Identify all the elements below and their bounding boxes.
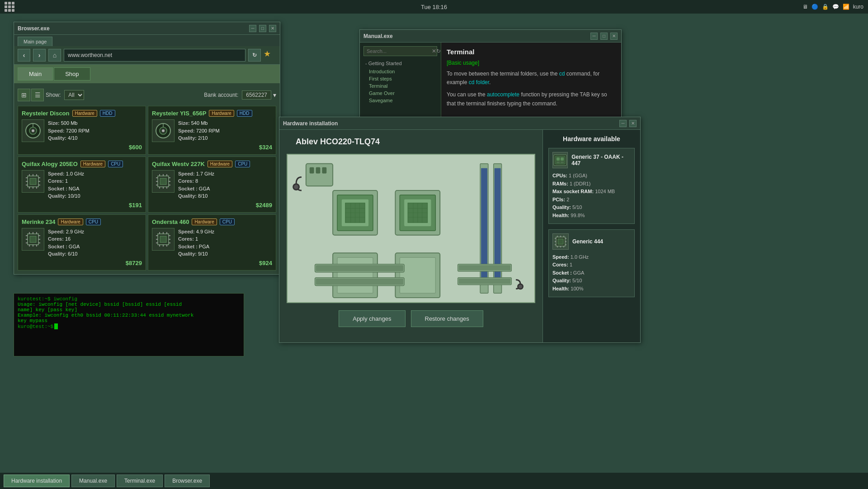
item-price-5: $924 xyxy=(178,260,272,266)
item-stats-1: Size: 540 Mb Speed: 7200 RPM Quality: 2/… xyxy=(178,119,272,151)
item-card-3[interactable]: Quifax Westv 227K Hardware CPU xyxy=(148,157,276,213)
item-tag-hardware-5: Hardware xyxy=(192,218,217,225)
item-stats-3: Speed: 1.7 GHz Cores: 8 Socket : GGA Qua… xyxy=(178,170,272,209)
url-input[interactable] xyxy=(64,49,245,62)
item-icon-3 xyxy=(152,170,175,193)
browser-tabs: Main page xyxy=(14,35,280,46)
hw-item-0[interactable]: Generic 37 - OAAK - 447 CPUs: 1 (GGA) RA… xyxy=(548,148,635,224)
item-stats-0: Size: 500 Mb Speed: 7200 RPM Quality: 4/… xyxy=(48,119,142,151)
network-icon: 🔵 xyxy=(811,4,818,10)
apply-changes-button[interactable]: Apply changes xyxy=(339,310,405,327)
list-view-btn[interactable]: ☰ xyxy=(31,89,44,101)
manual-nav-savegame[interactable]: Savegame xyxy=(363,97,437,104)
favorite-button[interactable]: ★ xyxy=(264,49,276,62)
hw-item-img-1 xyxy=(552,233,569,250)
refresh-button[interactable]: ↻ xyxy=(248,49,261,62)
hw-close[interactable]: ✕ xyxy=(629,120,637,127)
clock: Tue 18:16 xyxy=(421,4,447,10)
hw-title: Hardware installation xyxy=(283,120,338,127)
nav-shop[interactable]: Shop xyxy=(54,67,90,81)
item-price-0: $600 xyxy=(48,144,142,151)
maximize-button[interactable]: □ xyxy=(259,25,266,32)
svg-rect-116 xyxy=(558,239,563,244)
taskbar-browser[interactable]: Browser.exe xyxy=(165,475,210,487)
forward-button[interactable]: › xyxy=(33,49,46,62)
hw-controls: ─ ✕ xyxy=(619,120,637,127)
item-icon-1 xyxy=(152,119,175,142)
lock-icon: 🔒 xyxy=(822,4,829,10)
taskbar-manual[interactable]: Manual.exe xyxy=(71,475,115,487)
manual-nav-terminal[interactable]: Terminal xyxy=(363,82,437,90)
hw-item-stats-0: CPUs: 1 (GGA) RAMs: 1 (DDR1) Max socket … xyxy=(552,172,631,220)
terminal-panel[interactable]: kurotest:~$ iwconfig Usage: iwconfig [ne… xyxy=(14,293,244,356)
manual-close[interactable]: ✕ xyxy=(610,33,618,40)
app-grid-button[interactable] xyxy=(5,2,14,12)
search-clear-button[interactable]: ✕ xyxy=(432,47,436,56)
manual-nav-first-steps[interactable]: First steps xyxy=(363,75,437,82)
item-card-0[interactable]: Reysteler Discon Hardware HDD S xyxy=(18,106,146,155)
item-icon-5 xyxy=(152,228,175,251)
nav-main[interactable]: Main xyxy=(18,67,53,81)
terminal-line-2: name] key [pass key] xyxy=(18,307,240,313)
manual-search: ✕ ↻ xyxy=(363,46,437,56)
terminal-prompt: kuro@test:~$ xyxy=(18,323,240,329)
manual-nav-introduction[interactable]: Introduction xyxy=(363,68,437,75)
show-label: Show: xyxy=(46,92,61,98)
item-card-4[interactable]: Merinke 234 Hardware CPU xyxy=(18,214,146,271)
restore-changes-button[interactable]: Restore changes xyxy=(411,310,483,327)
taskbar-terminal[interactable]: Terminal.exe xyxy=(117,475,163,487)
browser-titlebar: Browser.exe ─ □ ✕ xyxy=(14,22,280,35)
svg-rect-65 xyxy=(306,164,333,186)
home-button[interactable]: ⌂ xyxy=(48,49,61,62)
terminal-line-0: kurotest:~$ iwconfig xyxy=(18,296,240,302)
hw-item-img-0 xyxy=(552,152,568,168)
item-stats-2: Speed: 1.0 GHz Cores: 1 Socket : NGA Qua… xyxy=(48,170,142,209)
manual-body-title: Terminal xyxy=(447,48,616,56)
back-button[interactable]: ‹ xyxy=(18,49,30,62)
main-page-tab[interactable]: Main page xyxy=(18,37,52,46)
item-card-1[interactable]: Reysteler YIS_656P Hardware HDD xyxy=(148,106,276,155)
grid-view-btn[interactable]: ⊞ xyxy=(18,89,30,101)
show-select[interactable]: All xyxy=(64,90,84,100)
item-tag-type-5: CPU xyxy=(220,218,235,225)
item-tag-type-0: HDD xyxy=(100,110,115,117)
item-name-3: Quifax Westv 227K xyxy=(152,161,205,167)
browser-toolbar: ‹ › ⌂ ↻ ★ xyxy=(14,46,280,65)
terminal-line-1: Usage: iwconfig [net device] bssid [bssi… xyxy=(18,302,240,307)
item-card-2[interactable]: Quifax Alogy 205EO Hardware CPU xyxy=(18,157,146,213)
manual-text-2: You can use the autocomplete function by… xyxy=(447,90,616,108)
hw-sidebar: Hardware available Generic 37 xyxy=(542,130,640,342)
hw-item-1[interactable]: Generic 444 Speed: 1.0 GHz Cores: 1 Sock… xyxy=(548,229,635,297)
manual-nav-game-over[interactable]: Game Over xyxy=(363,90,437,97)
hw-titlebar: Hardware installation ─ ✕ xyxy=(279,117,640,130)
manual-controls: ─ □ ✕ xyxy=(590,33,618,40)
username: kuro xyxy=(853,4,863,10)
hw-minimize[interactable]: ─ xyxy=(619,120,627,127)
search-refresh-button[interactable]: ↻ xyxy=(436,47,441,56)
svg-rect-96 xyxy=(337,257,373,293)
browser-nav: Main Shop xyxy=(14,65,280,83)
item-stats-4: Speed: 2.9 GHz Cores: 16 Socket : GGA Qu… xyxy=(48,228,142,266)
hw-board-name: Ablev HCO220-TLQ74 xyxy=(287,137,380,147)
hw-content: Ablev HCO220-TLQ74 xyxy=(279,130,640,342)
manual-search-input[interactable] xyxy=(364,47,432,55)
manual-maximize[interactable]: □ xyxy=(600,33,608,40)
minimize-button[interactable]: ─ xyxy=(249,25,256,32)
item-icon-0 xyxy=(22,119,44,142)
item-card-5[interactable]: Ondersta 460 Hardware CPU xyxy=(148,214,276,271)
close-button[interactable]: ✕ xyxy=(269,25,276,32)
manual-minimize[interactable]: ─ xyxy=(590,33,598,40)
items-grid: Reysteler Discon Hardware HDD S xyxy=(18,106,276,271)
hw-item-name-1: Generic 444 xyxy=(572,238,603,245)
hw-item-header-0: Generic 37 - OAAK - 447 xyxy=(552,152,631,168)
grid-icon xyxy=(5,2,14,12)
taskbar-hardware-installation[interactable]: Hardware installation xyxy=(4,475,70,487)
hw-sidebar-title: Hardware available xyxy=(548,135,635,142)
svg-rect-74 xyxy=(495,168,501,280)
hw-main: Ablev HCO220-TLQ74 xyxy=(279,130,542,342)
item-icon-2 xyxy=(22,170,44,193)
hw-diagram[interactable] xyxy=(287,154,535,303)
item-name-4: Merinke 234 xyxy=(22,218,55,225)
item-tag-hardware-1: Hardware xyxy=(209,110,234,117)
item-icon-4 xyxy=(22,228,44,251)
